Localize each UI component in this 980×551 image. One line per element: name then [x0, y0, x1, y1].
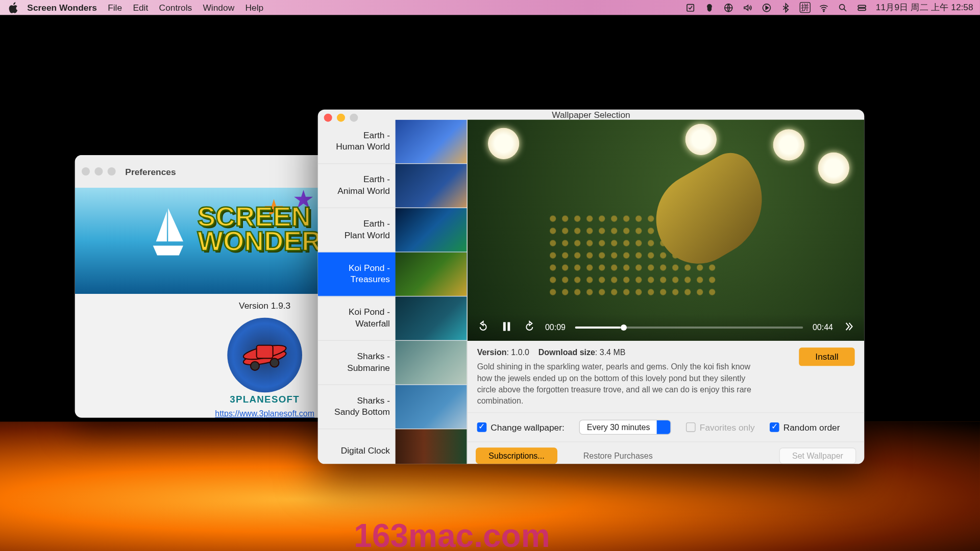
install-button[interactable]: Install	[799, 347, 854, 366]
chevron-updown-icon	[657, 420, 671, 434]
traffic-close[interactable]	[82, 167, 90, 176]
menuextra-2-icon[interactable]	[704, 2, 715, 13]
menu-file[interactable]: File	[108, 3, 122, 13]
wps-titlebar[interactable]: Wallpaper Selection	[318, 110, 865, 120]
lotus-icon	[685, 124, 717, 155]
set-wallpaper-button[interactable]: Set Wallpaper	[779, 448, 856, 464]
menu-clock[interactable]: 11月9日 周二 上午 12:58	[876, 2, 973, 14]
wallpaper-selection-window: Wallpaper Selection Earth -Human WorldEa…	[318, 110, 865, 464]
traffic-minimize[interactable]	[337, 114, 345, 122]
svg-rect-5	[859, 5, 866, 7]
change-wallpaper-checkbox[interactable]: Change wallpaper:	[477, 422, 565, 433]
forward-15-button[interactable]	[523, 320, 535, 334]
svg-point-11	[270, 358, 279, 367]
wallpaper-list[interactable]: Earth -Human WorldEarth -Animal WorldEar…	[318, 120, 468, 464]
random-order-checkbox[interactable]: Random order	[770, 422, 840, 433]
list-item-label: Earth -Plant World	[318, 218, 396, 241]
thumbnail	[396, 208, 467, 252]
menu-window[interactable]: Window	[203, 3, 235, 13]
list-item-label: Earth -Human World	[318, 130, 396, 153]
svg-rect-13	[507, 322, 510, 331]
svg-rect-9	[257, 345, 273, 359]
meta-line: Version: 1.0.0 Download size: 3.4 MB	[477, 347, 786, 357]
menu-controls[interactable]: Controls	[159, 3, 192, 13]
lotus-icon	[773, 129, 804, 160]
traffic-zoom[interactable]	[108, 167, 116, 176]
now-playing-icon[interactable]	[762, 2, 772, 13]
input-method[interactable]: 拼	[800, 2, 811, 13]
wifi-icon[interactable]	[819, 2, 829, 13]
svg-point-3	[824, 10, 825, 11]
traffic-close[interactable]	[324, 114, 332, 122]
list-item[interactable]: Sharks -Sandy Bottom	[318, 385, 467, 430]
player-bar: 00:09 00:44	[468, 314, 864, 341]
control-center-icon[interactable]	[857, 2, 868, 13]
traffic-minimize[interactable]	[94, 167, 103, 176]
list-item-label: Koi Pond -Treasures	[318, 263, 396, 286]
thumbnail	[396, 164, 467, 207]
menu-edit[interactable]: Edit	[133, 3, 148, 13]
traffic-zoom[interactable]	[350, 114, 358, 122]
list-item-label: Koi Pond -Waterfall	[318, 307, 396, 330]
thumbnail	[396, 296, 467, 340]
preview-video[interactable]: 00:09 00:44	[468, 120, 864, 341]
pause-button[interactable]	[499, 319, 513, 336]
thumbnail	[396, 429, 467, 464]
lotus-icon	[488, 128, 519, 159]
rewind-15-button[interactable]	[477, 320, 489, 334]
bluetooth-icon[interactable]	[780, 2, 791, 13]
thumbnail	[396, 253, 467, 296]
description: Gold shining in the sparkling water, pea…	[477, 361, 763, 407]
list-item-label: Sharks -Sandy Bottom	[318, 395, 396, 418]
subscriptions-button[interactable]: Subscriptions...	[476, 448, 557, 464]
company-logo	[227, 318, 302, 393]
total-time: 00:44	[813, 322, 833, 332]
svg-point-4	[840, 4, 845, 9]
list-item-label: Sharks -Submarine	[318, 351, 396, 374]
lotus-icon	[818, 153, 849, 184]
list-item[interactable]: Sharks -Submarine	[318, 341, 467, 385]
watermark: 163mac.com	[354, 517, 550, 551]
menuextra-1-icon[interactable]	[685, 2, 696, 13]
seek-bar[interactable]	[575, 326, 803, 328]
list-item[interactable]: Earth -Plant World	[318, 208, 467, 253]
list-item-label: Earth -Animal World	[318, 174, 396, 197]
sailboat-icon	[150, 208, 186, 263]
svg-point-10	[251, 362, 259, 370]
list-item[interactable]: Earth -Human World	[318, 120, 467, 164]
spotlight-icon[interactable]	[838, 2, 848, 13]
thumbnail	[396, 341, 467, 384]
list-item[interactable]: Koi Pond -Treasures	[318, 253, 467, 297]
menu-bar: Screen Wonders File Edit Controls Window…	[0, 0, 980, 15]
current-time: 00:09	[545, 322, 566, 332]
favorites-only-checkbox[interactable]: Favorites only	[686, 422, 755, 433]
svg-rect-12	[503, 322, 506, 331]
app-name[interactable]: Screen Wonders	[27, 3, 96, 13]
preferences-title: Preferences	[125, 166, 176, 177]
list-item-label: Digital Clock	[318, 445, 396, 457]
list-item[interactable]: Earth -Animal World	[318, 164, 467, 208]
list-item[interactable]: Digital Clock	[318, 429, 467, 464]
wps-title: Wallpaper Selection	[552, 110, 630, 120]
menuextra-3-icon[interactable]	[723, 2, 734, 13]
list-item[interactable]: Koi Pond -Waterfall	[318, 296, 467, 341]
thumbnail	[396, 385, 467, 429]
thumbnail	[396, 120, 467, 163]
svg-rect-6	[859, 8, 866, 10]
next-icon[interactable]	[843, 320, 855, 334]
menu-help[interactable]: Help	[246, 3, 264, 13]
restore-purchases-button[interactable]: Restore Purchases	[571, 448, 665, 463]
volume-icon[interactable]	[743, 2, 753, 13]
interval-select[interactable]: Every 30 minutes	[579, 420, 671, 435]
apple-menu[interactable]	[7, 1, 20, 14]
